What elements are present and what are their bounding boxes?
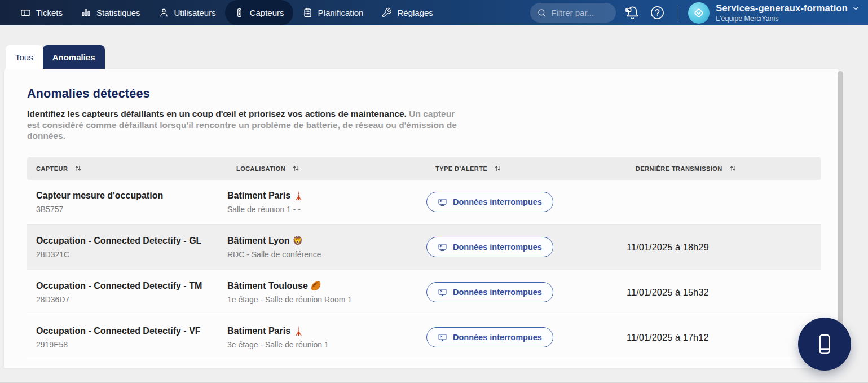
filter-search[interactable]	[530, 3, 616, 23]
capteur-cell: Occupation - Connected Detectify - VF 29…	[27, 326, 227, 349]
room-location: Salle de réunion 1 - -	[227, 205, 426, 214]
localisation-cell: Bâtiment Toulouse🏉 1e étage - Salle de r…	[227, 281, 426, 304]
table-row[interactable]: Occupation - Connected Detectify - TM 28…	[27, 270, 821, 315]
nav-label: Statistiques	[96, 8, 140, 17]
table-body: Capteur mesure d'occupation 3B5757 Batim…	[27, 180, 821, 368]
anomalies-panel: Anomalies détectées Identifiez les capte…	[4, 69, 839, 368]
data-interrupted-icon	[438, 333, 447, 342]
nav-label: Capteurs	[250, 8, 284, 17]
merciyanis-logo-icon	[691, 6, 706, 20]
building-emoji-icon: 🗼	[293, 191, 304, 200]
sort-icon[interactable]	[494, 164, 502, 173]
nav-label: Tickets	[36, 8, 63, 17]
view-tabs: Tous Anomalies	[6, 45, 105, 69]
sensor-id: 3B5757	[36, 205, 227, 214]
nav-item-utilisateurs[interactable]: Utilisateurs	[149, 0, 225, 25]
vertical-scrollbar[interactable]	[838, 71, 843, 364]
alert-button-label: Données interrompues	[453, 243, 542, 252]
nav-item-reglages[interactable]: Réglages	[372, 0, 442, 25]
alert-type-button[interactable]: Données interrompues	[426, 282, 553, 302]
mobile-app-fab[interactable]	[798, 318, 851, 371]
alert-cell: Données interrompues	[426, 192, 627, 212]
alert-type-button[interactable]: Données interrompues	[426, 192, 553, 212]
capteur-cell: Capteur mesure d'occupation 3B5757	[27, 191, 227, 214]
sort-icon[interactable]	[74, 164, 82, 173]
sensor-name: Occupation - Connected Detectify - GL	[36, 236, 227, 246]
sensor-name: Occupation - Connected Detectify - VF	[36, 326, 227, 336]
table-row[interactable]: Capteur mesure d'occupation 3B5757 Batim…	[27, 180, 821, 225]
alert-button-label: Données interrompues	[453, 288, 542, 297]
room-location: RDC - Salle de conférence	[227, 250, 426, 259]
last-transmission: 11/01/2025 à 17h12	[627, 332, 821, 343]
page-description: Identifiez les capteurs défaillants en u…	[27, 108, 457, 142]
ticket-icon	[20, 7, 31, 18]
data-interrupted-icon	[438, 197, 447, 207]
column-header-capteur: Capteur	[27, 164, 227, 173]
search-input[interactable]	[551, 8, 607, 17]
alert-type-button[interactable]: Données interrompues	[426, 327, 553, 347]
last-transmission: 11/01/2025 à 18h29	[627, 242, 821, 253]
building-emoji-icon: 🏉	[311, 281, 321, 290]
description-strong: Identifiez les capteurs défaillants en u…	[27, 109, 407, 118]
building-name: Batiment Paris🗼	[227, 326, 426, 336]
last-transmission: 11/01/2025 à 15h32	[627, 287, 821, 298]
building-emoji-icon: 🗼	[293, 326, 304, 336]
localisation-cell: Bâtiment Lyon🦁 RDC - Salle de conférence	[227, 236, 426, 259]
tab-anomalies[interactable]: Anomalies	[43, 45, 105, 69]
page-title: Anomalies détectées	[27, 87, 821, 101]
nav-label: Réglages	[397, 8, 433, 17]
nav-divider	[677, 5, 677, 20]
account-team: L'équipe MerciYanis	[716, 15, 860, 23]
alert-type-button[interactable]: Données interrompues	[426, 237, 553, 257]
table-row[interactable]: Occupation - Connected Detectify - GL 28…	[27, 225, 821, 270]
wrench-icon	[381, 7, 392, 18]
column-header-type-alerte: Type d'alerte	[426, 164, 627, 173]
nav-item-tickets[interactable]: Tickets	[11, 0, 72, 25]
account-menu[interactable]: Services-generaux-formation L'équipe Mer…	[716, 3, 860, 23]
sensor-id: 28D321C	[36, 250, 227, 259]
localisation-cell: Batiment Paris🗼 Salle de réunion 1 - -	[227, 191, 426, 214]
alert-cell: Données interrompues	[426, 282, 627, 302]
sensor-name: Capteur mesure d'occupation	[36, 191, 227, 201]
notifications-button[interactable]	[625, 5, 640, 20]
column-header-localisation: Localisation	[227, 164, 426, 173]
sensor-id: 2919E58	[36, 340, 227, 349]
user-icon	[158, 7, 169, 18]
data-interrupted-icon	[438, 243, 447, 252]
nav-item-capteurs[interactable]: Capteurs	[225, 0, 293, 25]
sort-icon[interactable]	[729, 164, 737, 173]
data-interrupted-icon	[438, 288, 447, 297]
account-avatar[interactable]	[688, 2, 710, 24]
top-navigation: Tickets Statistiques Utilisateurs Capteu…	[0, 0, 868, 25]
nav-item-statistiques[interactable]: Statistiques	[72, 0, 149, 25]
help-icon	[650, 5, 665, 20]
table-row[interactable]: Clock E - VF - Bouton fuite d'eau Bâtime…	[27, 360, 821, 368]
sort-icon[interactable]	[292, 164, 300, 173]
building-name: Bâtiment Lyon🦁	[227, 236, 426, 246]
capteur-cell: Occupation - Connected Detectify - TM 28…	[27, 281, 227, 304]
column-header-derniere-transmission: Dernière transmission	[627, 164, 821, 173]
clipboard-icon	[302, 7, 313, 18]
nav-label: Utilisateurs	[174, 8, 216, 17]
table-header: Capteur Localisation Type d'alerte Derni…	[27, 157, 821, 180]
anomalies-table: Capteur Localisation Type d'alerte Derni…	[27, 157, 821, 368]
bar-chart-icon	[81, 7, 91, 18]
account-name: Services-generaux-formation	[716, 3, 848, 14]
notification-bell-icon	[625, 5, 640, 20]
room-location: 1e étage - Salle de réunion Room 1	[227, 295, 426, 304]
search-icon	[537, 8, 547, 17]
alert-cell: Données interrompues	[426, 237, 627, 257]
tab-tous[interactable]: Tous	[6, 45, 43, 69]
room-location: 3e étage - Salle de réunion 1	[227, 340, 426, 349]
sensor-icon	[234, 7, 245, 18]
chevron-down-icon	[852, 4, 860, 12]
sensor-id: 28D36D7	[36, 295, 227, 304]
alert-button-label: Données interrompues	[453, 333, 542, 342]
smartphone-icon	[813, 331, 836, 358]
sensor-name: Occupation - Connected Detectify - TM	[36, 281, 227, 291]
building-name: Bâtiment Toulouse🏉	[227, 281, 426, 291]
nav-item-planification[interactable]: Planification	[293, 0, 373, 25]
help-button[interactable]	[650, 5, 665, 20]
table-row[interactable]: Occupation - Connected Detectify - VF 29…	[27, 315, 821, 360]
localisation-cell: Batiment Paris🗼 3e étage - Salle de réun…	[227, 326, 426, 349]
